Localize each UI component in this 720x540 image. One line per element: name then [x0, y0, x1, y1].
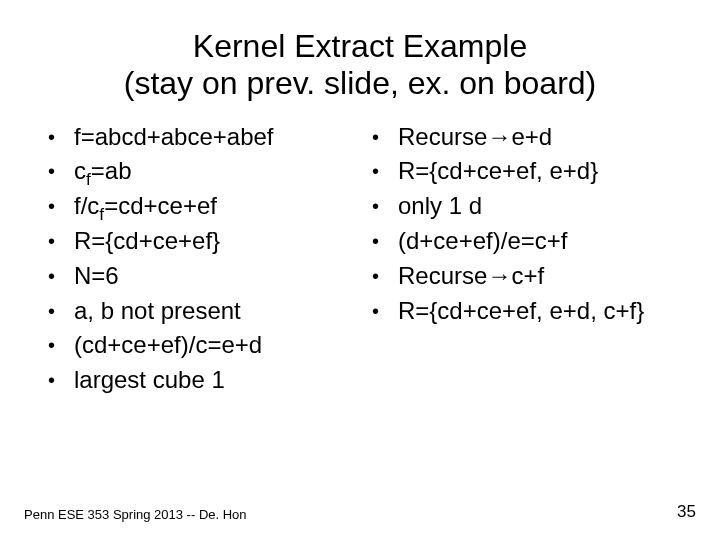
list-item: •largest cube 1	[48, 363, 348, 398]
list-item: •N=6	[48, 259, 348, 294]
bullet-icon: •	[372, 224, 398, 258]
item-text: c+f	[511, 262, 544, 289]
bullet-icon: •	[48, 363, 74, 397]
list-item: •f=abcd+abce+abef	[48, 120, 348, 155]
bullet-icon: •	[372, 120, 398, 154]
right-column: •Recurse→e+d •R={cd+ce+ef, e+d} •only 1 …	[372, 120, 672, 398]
bullet-icon: •	[48, 294, 74, 328]
item-text: f/c	[74, 192, 99, 219]
content-columns: •f=abcd+abce+abef •cf=ab •f/cf=cd+ce+ef …	[48, 120, 672, 398]
list-item: •a, b not present	[48, 294, 348, 329]
list-item: •(d+ce+ef)/e=c+f	[372, 224, 672, 259]
arrow-icon: →	[487, 123, 511, 150]
left-list: •f=abcd+abce+abef •cf=ab •f/cf=cd+ce+ef …	[48, 120, 348, 398]
bullet-icon: •	[48, 189, 74, 223]
item-text: e+d	[511, 123, 552, 150]
list-item: •Recurse→e+d	[372, 120, 672, 155]
list-item: •only 1 d	[372, 189, 672, 224]
slide-number: 35	[677, 502, 696, 522]
bullet-icon: •	[48, 120, 74, 154]
item-text: Recurse	[398, 123, 487, 150]
bullet-icon: •	[372, 294, 398, 328]
item-text: only 1 d	[398, 192, 482, 219]
item-text: (d+ce+ef)/e=c+f	[398, 227, 567, 254]
bullet-icon: •	[48, 328, 74, 362]
item-text: Recurse	[398, 262, 487, 289]
list-item: •R={cd+ce+ef}	[48, 224, 348, 259]
footer-left: Penn ESE 353 Spring 2013 -- De. Hon	[24, 507, 247, 522]
item-text: a, b not present	[74, 297, 241, 324]
item-text: (cd+ce+ef)/c=e+d	[74, 331, 262, 358]
item-text: =cd+ce+ef	[104, 192, 217, 219]
bullet-icon: •	[372, 189, 398, 223]
item-text: R={cd+ce+ef}	[74, 227, 220, 254]
list-item: •(cd+ce+ef)/c=e+d	[48, 328, 348, 363]
item-text: =ab	[91, 157, 132, 184]
list-item: •R={cd+ce+ef, e+d, c+f}	[372, 294, 672, 329]
item-text: f=abcd+abce+abef	[74, 123, 274, 150]
arrow-icon: →	[487, 262, 511, 289]
list-item: •Recurse→c+f	[372, 259, 672, 294]
bullet-icon: •	[372, 154, 398, 188]
bullet-icon: •	[48, 154, 74, 188]
right-list: •Recurse→e+d •R={cd+ce+ef, e+d} •only 1 …	[372, 120, 672, 329]
bullet-icon: •	[48, 224, 74, 258]
bullet-icon: •	[48, 259, 74, 293]
slide: Kernel Extract Example (stay on prev. sl…	[0, 0, 720, 540]
list-item: •f/cf=cd+ce+ef	[48, 189, 348, 224]
item-text: N=6	[74, 262, 119, 289]
item-text: c	[74, 157, 86, 184]
title-line-2: (stay on prev. slide, ex. on board)	[124, 65, 597, 101]
list-item: •cf=ab	[48, 154, 348, 189]
item-text: largest cube 1	[74, 366, 225, 393]
slide-title: Kernel Extract Example (stay on prev. sl…	[48, 28, 672, 102]
item-text: R={cd+ce+ef, e+d}	[398, 157, 598, 184]
bullet-icon: •	[372, 259, 398, 293]
title-line-1: Kernel Extract Example	[193, 28, 527, 64]
item-text: R={cd+ce+ef, e+d, c+f}	[398, 297, 644, 324]
list-item: •R={cd+ce+ef, e+d}	[372, 154, 672, 189]
left-column: •f=abcd+abce+abef •cf=ab •f/cf=cd+ce+ef …	[48, 120, 348, 398]
